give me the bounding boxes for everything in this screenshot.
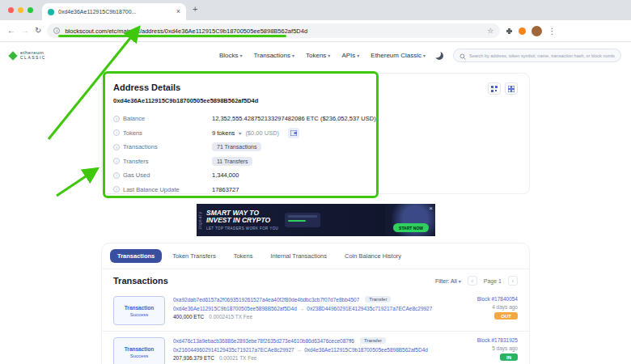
tx-status-badge: Transaction Success (113, 296, 165, 325)
chevron-down-icon[interactable]: ▾ (239, 130, 241, 136)
section-title: Transactions (113, 276, 168, 286)
transaction-row: Transaction Success 0xd476c13a9ebacb3688… (102, 331, 529, 364)
bookmark-star-icon[interactable]: ☆ (487, 27, 493, 35)
search-input[interactable] (469, 53, 615, 58)
page-next-button[interactable]: › (508, 276, 518, 286)
browser-tab-strip: 0xd4e36Ae112915C9b18700... × + (0, 0, 631, 20)
forward-button[interactable]: → (21, 27, 29, 35)
tab-token-transfers[interactable]: Token Transfers (165, 249, 222, 263)
network-selector[interactable]: Ethereum Classic▾ (371, 52, 426, 59)
tx-from-link[interactable]: 0x2160449602914129435c719217a7ECAe8c2992… (173, 347, 294, 353)
extensions-puzzle-icon[interactable] (506, 23, 513, 38)
url-text: blockscout.com/etc/mainnet/address/0xd4e… (65, 28, 482, 35)
chevron-down-icon: ▾ (459, 278, 461, 284)
tx-block-link[interactable]: Block #17840054 (477, 296, 518, 302)
nav-transactions[interactable]: Transactions▾ (253, 52, 294, 59)
tx-amount: 207,936.379 ETC (173, 355, 214, 361)
qr-code-button[interactable] (488, 83, 501, 95)
ad-banner[interactable]: zignaly SMART WAY TO INVEST IN CRYPTO LE… (197, 204, 435, 236)
info-icon: i (113, 186, 120, 193)
main-nav: Blocks▾ Transactions▾ Tokens▾ APIs▾ Ethe… (219, 52, 426, 59)
info-icon: i (113, 144, 120, 150)
etc-logo[interactable]: ethereum CLASSIC (10, 50, 46, 60)
info-icon: i (113, 129, 120, 136)
ad-cta-button[interactable]: START NOW (393, 223, 429, 232)
tx-hash-link[interactable]: 0xa92dab7ed6157a2f0693519261527a4ea40f2f… (173, 297, 359, 303)
tx-hash-link[interactable]: 0xd476c13a9ebacb36886e2893ebe78f2635d273… (173, 338, 354, 344)
site-header: ethereum CLASSIC Blocks▾ Transactions▾ T… (0, 42, 631, 69)
tx-type-badge: Transfer (360, 337, 386, 344)
tx-type-badge: Transfer (365, 296, 391, 303)
page-title: Address Details (113, 83, 180, 92)
site-search[interactable] (453, 49, 621, 62)
ad-title-line2: INVEST IN CRYPTO (206, 217, 278, 225)
reload-button[interactable]: ↻ (35, 27, 41, 35)
browser-tab[interactable]: 0xd4e36Ae112915C9b18700... × (42, 3, 186, 20)
tab-title: 0xd4e36Ae112915C9b18700... (58, 9, 172, 15)
tx-direction-badge: IN (500, 353, 518, 361)
tab-transactions[interactable]: Transactions (110, 249, 162, 263)
tx-to-link[interactable]: 0xd4e36Ae112915C9b18700505ee5898B562af5D… (304, 347, 428, 353)
chevron-down-icon: ▾ (239, 53, 242, 58)
filter-dropdown[interactable]: Filter: All▾ (435, 278, 461, 284)
extension-icon-orange[interactable] (519, 28, 526, 35)
arrow-annotation-card (57, 170, 95, 196)
tx-from-link[interactable]: 0xd4e36Ae112915C9b18700505ee5898B562af5D… (173, 306, 297, 311)
browser-menu-icon[interactable]: ⋮ (548, 27, 556, 36)
address-hash[interactable]: 0xd4e36Ae112915C9b18700505ee5898B562af5D… (113, 97, 518, 104)
tokens-row: iTokens 9 tokens ▾ ($0.00 USD) (113, 126, 518, 141)
tab-coin-balance-history[interactable]: Coin Balance History (337, 249, 409, 263)
tx-block-link[interactable]: Block #17831925 (477, 337, 518, 343)
balance-value: 12,352,555.428752133297482086 ETC (212, 115, 319, 122)
nav-tokens[interactable]: Tokens▾ (306, 52, 330, 59)
profile-avatar[interactable] (531, 26, 542, 36)
nav-blocks[interactable]: Blocks▾ (219, 52, 243, 59)
last-balance-update-value: 17863727 (212, 186, 239, 193)
transfers-row: iTransfers 11 Transfers (113, 154, 518, 169)
tab-tokens[interactable]: Tokens (227, 249, 260, 263)
transaction-row: Transaction Success 0xa92dab7ed6157a2f06… (102, 290, 529, 331)
site-info-icon[interactable]: i (53, 28, 60, 34)
info-icon: i (113, 116, 120, 122)
window-minimize-button[interactable] (18, 7, 23, 13)
last-balance-update-row: iLast Balance Update 17863727 (113, 183, 518, 197)
site-favicon (48, 9, 54, 15)
tx-fee: 0.0002415 TX Fee (209, 314, 252, 320)
balance-usd: ($236,052,537 USD) (320, 115, 376, 122)
info-icon: i (113, 158, 120, 164)
new-tab-button[interactable]: + (193, 4, 197, 14)
tab-close-icon[interactable]: × (176, 8, 180, 15)
widgets-button[interactable] (505, 83, 518, 95)
transactions-count-badge[interactable]: 71 Transactions (212, 142, 261, 151)
tx-to-link[interactable]: 0x238D44960291E4129435c719217a7ECAe8c299… (307, 306, 432, 311)
page-prev-button[interactable]: ‹ (468, 276, 477, 286)
chevron-down-icon: ▾ (328, 53, 330, 58)
ad-brand: zignaly (197, 210, 203, 231)
address-details-card: Address Details 0xd4e36Ae112915C9b187005… (101, 73, 530, 194)
gas-used-row: iGas Used 1,344,000 (113, 168, 518, 183)
page-indicator: Page 1 (484, 278, 502, 284)
dark-mode-toggle-icon[interactable] (435, 52, 443, 60)
wallet-button[interactable] (288, 128, 299, 138)
gas-used-value: 1,344,000 (212, 171, 239, 179)
address-bar[interactable]: i blockscout.com/etc/mainnet/address/0xd… (47, 23, 500, 38)
back-button[interactable]: ← (7, 27, 15, 35)
tokens-dropdown[interactable]: 9 tokens (212, 129, 235, 137)
logo-text-bottom: CLASSIC (20, 56, 46, 61)
transactions-row: iTransactions 71 Transactions (113, 140, 518, 154)
window-zoom-button[interactable] (28, 7, 33, 13)
tab-internal-transactions[interactable]: Internal Transactions (263, 249, 334, 263)
tx-age: 4 days ago (492, 304, 518, 310)
tx-status-badge: Transaction Success (113, 337, 165, 364)
arrow-right-icon: → (299, 306, 305, 311)
transfers-count-badge[interactable]: 11 Transfers (212, 157, 252, 166)
window-close-button[interactable] (8, 7, 14, 13)
ad-subtitle: LET TOP TRADERS WORK FOR YOU (206, 226, 278, 231)
info-icon: i (113, 172, 120, 179)
ad-stat-widget (285, 213, 320, 227)
chevron-down-icon: ▾ (292, 53, 294, 58)
etc-logo-mark (8, 51, 17, 60)
transactions-card: Transactions Token Transfers Tokens Inte… (101, 243, 530, 364)
ad-close-icon[interactable]: × (429, 205, 433, 212)
nav-apis[interactable]: APIs▾ (341, 52, 359, 59)
